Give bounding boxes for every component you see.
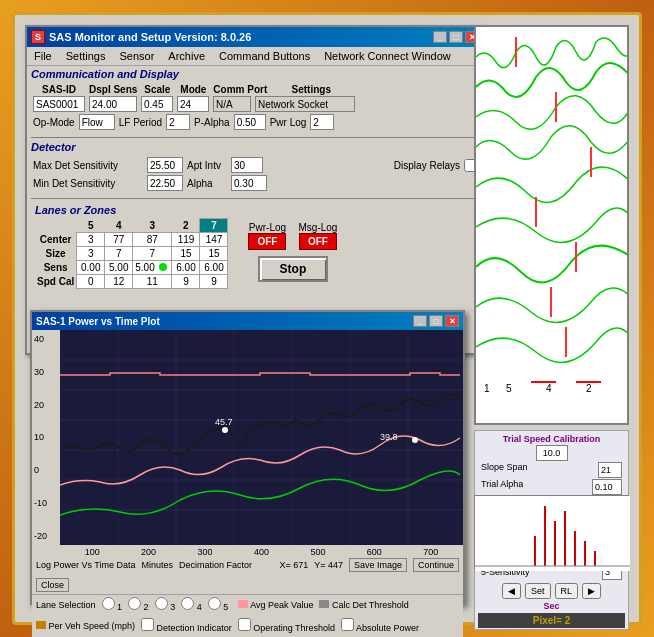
set-button[interactable]: Set: [525, 583, 551, 599]
cell-sens-4[interactable]: 5.00: [105, 261, 133, 275]
app-icon: S: [31, 30, 45, 44]
chart-svg: 45.7 39.8: [60, 330, 463, 545]
row-label-spd-cal: Spd Cal: [35, 275, 77, 289]
mode-field[interactable]: 24: [177, 96, 209, 112]
lane-1-radio[interactable]: [102, 597, 115, 610]
op-mode-label: Op-Mode: [33, 117, 75, 128]
cell-center-2[interactable]: 119: [172, 233, 200, 247]
lf-period-field[interactable]: 2: [166, 114, 190, 130]
x-400: 400: [254, 547, 269, 557]
p-alpha-field[interactable]: 0.50: [234, 114, 266, 130]
close-plot-button[interactable]: Close: [36, 578, 69, 592]
trial-alpha-value[interactable]: 0.10: [592, 479, 622, 495]
row-label-sens: Sens: [35, 261, 77, 275]
msg-log-button[interactable]: OFF: [299, 233, 337, 250]
max-det-label: Max Det Sensitivity: [33, 160, 143, 171]
min-det-field[interactable]: 22.50: [147, 175, 183, 191]
svg-point-36: [222, 427, 228, 433]
cell-spdcal-5[interactable]: 0: [77, 275, 105, 289]
cell-spdcal-7[interactable]: 9: [200, 275, 228, 289]
svg-text:5: 5: [506, 383, 512, 394]
slope-span-label: Slope Span: [481, 462, 528, 478]
plot-close-btn[interactable]: ✕: [445, 315, 459, 327]
detection-checkbox[interactable]: [141, 618, 154, 631]
lanes-section-title: Lanes or Zones: [35, 204, 228, 216]
pwr-log-button[interactable]: OFF: [248, 233, 286, 250]
msg-log-ctrl-label: Msg-Log: [298, 222, 337, 233]
stop-button[interactable]: Stop: [258, 256, 329, 282]
main-window: S SAS Monitor and Setup Version: 8.0.26 …: [25, 25, 485, 355]
table-row: Sens 0.00 5.00 5.00 6.00 6.00: [35, 261, 228, 275]
lane-3-label: 3: [155, 597, 176, 612]
minimize-button[interactable]: _: [433, 31, 447, 43]
scale-field[interactable]: 0.45: [141, 96, 173, 112]
maximize-button[interactable]: □: [449, 31, 463, 43]
cell-center-4[interactable]: 77: [105, 233, 133, 247]
app-version: Version: 8.0.26: [174, 31, 251, 43]
trial-alpha-label: Trial Alpha: [481, 479, 523, 495]
row-label-center: Center: [35, 233, 77, 247]
menu-command-buttons[interactable]: Command Buttons: [216, 49, 313, 63]
cell-size-3[interactable]: 7: [133, 247, 172, 261]
sas-id-field[interactable]: SAS0001: [33, 96, 85, 112]
plot-window: SAS-1 Power vs Time Plot _ □ ✕ 40 30 20 …: [30, 310, 465, 605]
cell-sens-5[interactable]: 0.00: [77, 261, 105, 275]
left-arrow-button[interactable]: ◀: [502, 583, 521, 599]
cell-center-5[interactable]: 3: [77, 233, 105, 247]
svg-rect-14: [475, 496, 630, 571]
absolute-checkbox[interactable]: [341, 618, 354, 631]
trial-speed-value[interactable]: 10.0: [536, 445, 568, 461]
max-det-field[interactable]: 25.50: [147, 157, 183, 173]
op-mode-field[interactable]: Flow: [79, 114, 115, 130]
save-image-button[interactable]: Save Image: [349, 558, 407, 572]
apt-intv-field[interactable]: 30: [231, 157, 263, 173]
detector-form: Max Det Sensitivity 25.50 Apt Intv 30 Di…: [27, 155, 483, 195]
cell-sens-2[interactable]: 6.00: [172, 261, 200, 275]
menu-settings[interactable]: Settings: [63, 49, 109, 63]
cell-size-4[interactable]: 7: [105, 247, 133, 261]
cell-spdcal-4[interactable]: 12: [105, 275, 133, 289]
lane-4-label: 4: [181, 597, 202, 612]
lane-2-radio[interactable]: [128, 597, 141, 610]
table-row: Size 3 7 7 15 15: [35, 247, 228, 261]
per-veh-label: Per Veh Speed (mph): [49, 621, 136, 631]
lane-4-radio[interactable]: [181, 597, 194, 610]
dspl-sens-field[interactable]: 24.00: [89, 96, 137, 112]
cell-sens-3[interactable]: 5.00: [133, 261, 172, 275]
menu-file[interactable]: File: [31, 49, 55, 63]
calc-det-label: Calc Det Threshold: [332, 600, 409, 610]
pixel-bar: Pixel= 2: [478, 613, 625, 628]
rl-button[interactable]: RL: [555, 583, 579, 599]
cell-spdcal-2[interactable]: 9: [172, 275, 200, 289]
cell-size-7[interactable]: 15: [200, 247, 228, 261]
plot-minimize-btn[interactable]: _: [413, 315, 427, 327]
slope-span-value[interactable]: 21: [598, 462, 622, 478]
cell-spdcal-3[interactable]: 11: [133, 275, 172, 289]
alpha-field[interactable]: 0.30: [231, 175, 267, 191]
x-200: 200: [141, 547, 156, 557]
apt-intv-label: Apt Intv: [187, 160, 227, 171]
menu-network[interactable]: Network Connect Window: [321, 49, 454, 63]
svg-text:4: 4: [546, 383, 552, 394]
lane-3-radio[interactable]: [155, 597, 168, 610]
right-arrow-button[interactable]: ▶: [582, 583, 601, 599]
pwr-log-ctrl-label: Pwr-Log: [248, 222, 286, 233]
plot-maximize-btn[interactable]: □: [429, 315, 443, 327]
cell-sens-7[interactable]: 6.00: [200, 261, 228, 275]
lane-col-7: 7: [200, 219, 228, 233]
continue-button[interactable]: Continue: [413, 558, 459, 572]
cell-center-7[interactable]: 147: [200, 233, 228, 247]
app-title: SAS Monitor and Setup: [49, 31, 171, 43]
pwr-log-field[interactable]: 2: [310, 114, 334, 130]
lane-5-label: 5: [208, 597, 229, 612]
menu-sensor[interactable]: Sensor: [116, 49, 157, 63]
cell-size-2[interactable]: 15: [172, 247, 200, 261]
plot-title-bar: SAS-1 Power vs Time Plot _ □ ✕: [32, 312, 463, 330]
lane-5-radio[interactable]: [208, 597, 221, 610]
arrow-controls: ◀ Set RL ▶: [478, 583, 625, 599]
operating-checkbox[interactable]: [238, 618, 251, 631]
cell-size-5[interactable]: 3: [77, 247, 105, 261]
col-dspl-sens: Dspl Sens: [89, 84, 137, 95]
menu-archive[interactable]: Archive: [165, 49, 208, 63]
cell-center-3[interactable]: 87: [133, 233, 172, 247]
